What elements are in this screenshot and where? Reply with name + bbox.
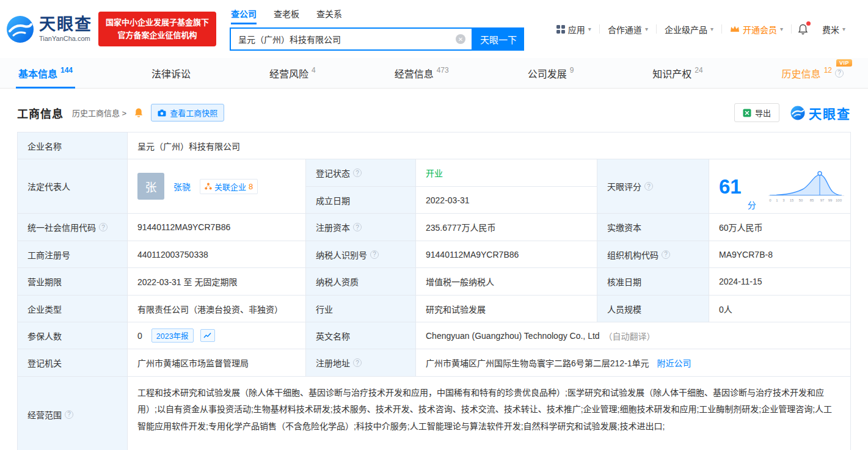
view-snapshot-button[interactable]: 查看工商快照 (151, 104, 224, 122)
field-credit-code-label: 统一社会信用代码 (18, 214, 128, 241)
svg-text:97: 97 (820, 198, 825, 202)
search-input[interactable] (231, 34, 456, 44)
notification-bell[interactable] (792, 24, 814, 35)
field-taxpayer-id-value: 91440112MA9YCR7B86 (416, 241, 597, 268)
field-reg-capital-label: 注册资本 (306, 214, 416, 241)
legal-rep-avatar[interactable]: 张 (137, 173, 164, 200)
field-insured-count-value: 0 2023年报 (128, 322, 306, 349)
help-icon[interactable] (353, 169, 362, 177)
tab-label: 公司发展 (528, 66, 567, 81)
field-reg-address-value: 广州市黄埔区广州国际生物岛寰宇二路6号第二层212-1单元 附近公司 (416, 349, 851, 377)
tab-legal-litigation[interactable]: 法律诉讼 (151, 58, 191, 88)
search-tabs: 查公司 查老板 查关系 (230, 7, 524, 24)
logo-domain: TianYanCha.com (39, 35, 92, 42)
help-icon[interactable] (662, 250, 670, 259)
export-button[interactable]: 导出 (734, 103, 779, 122)
field-reg-authority-value: 广州市黄埔区市场监督管理局 (128, 349, 306, 377)
tab-label: 历史信息 (782, 66, 821, 81)
menu-cooperation[interactable]: 合作通道 (600, 23, 656, 35)
tab-company-development[interactable]: 公司发展 9 (528, 58, 574, 88)
trend-chart-icon[interactable] (200, 329, 215, 342)
field-business-term-value: 2022-03-31 至 无固定期限 (128, 268, 306, 296)
svg-text:85: 85 (810, 198, 814, 202)
svg-text:15: 15 (790, 198, 794, 202)
menu-vip-label: 开通会员 (743, 23, 777, 35)
score-number: 61 (719, 176, 742, 197)
export-label: 导出 (755, 107, 771, 118)
search-tab-company[interactable]: 查公司 (231, 7, 257, 24)
field-taxpayer-id-label: 纳税人识别号 (306, 241, 416, 268)
field-paid-capital-label: 实缴资本 (597, 214, 709, 241)
search-tab-boss[interactable]: 查老板 (274, 7, 299, 24)
tab-intellectual-property[interactable]: 知识产权 24 (652, 58, 702, 88)
field-english-name-label: 英文名称 (306, 322, 416, 349)
help-icon[interactable] (370, 250, 379, 259)
help-icon[interactable] (835, 69, 844, 78)
header: 天眼查 TianYanCha.com 国家中小企业发展子基金旗下 官方备案企业征… (0, 0, 868, 58)
menu-vip[interactable]: 开通会员 (722, 23, 791, 35)
view-snapshot-label: 查看工商快照 (170, 107, 217, 118)
field-staff-size-value: 0人 (709, 296, 851, 322)
clear-icon[interactable] (456, 34, 465, 44)
menu-cooperation-label: 合作通道 (608, 23, 642, 35)
field-insured-count-label: 参保人数 (18, 322, 128, 349)
field-staff-size-label: 人员规模 (597, 296, 709, 322)
business-info-table: 企业名称 呈元（广州）科技有限公司 法定代表人 张 张骁 关联企业 8 登记状态… (17, 132, 851, 450)
tab-count: 4 (312, 66, 316, 74)
menu-user[interactable]: 费米 (814, 23, 853, 35)
help-icon[interactable] (353, 223, 362, 231)
svg-text:0: 0 (769, 198, 771, 202)
tab-label: 知识产权 (652, 66, 691, 81)
tab-count: 12 (824, 66, 832, 74)
legal-rep-name-link[interactable]: 张骁 (173, 180, 191, 192)
menu-enterprise-products[interactable]: 企业级产品 (657, 23, 721, 35)
tab-operation-risk[interactable]: 经营风险 4 (269, 58, 316, 88)
gov-cert-badge: 国家中小企业发展子基金旗下 官方备案企业征信机构 (98, 12, 216, 46)
nearby-companies-link[interactable]: 附近公司 (657, 357, 691, 369)
tab-basic-info[interactable]: 基本信息 144 (18, 58, 73, 88)
help-icon[interactable] (353, 358, 362, 367)
tab-count: 9 (570, 66, 574, 74)
menu-apps[interactable]: 应用 (549, 23, 599, 35)
field-reg-status-label: 登记状态 (306, 159, 416, 187)
subscribe-bell-icon[interactable] (134, 107, 144, 118)
field-industry-value: 研究和试验发展 (416, 296, 597, 322)
field-paid-capital-value: 60万人民币 (709, 214, 851, 241)
tab-operation-info[interactable]: 经营信息 473 (395, 58, 449, 88)
field-reg-address-label: 注册地址 (306, 349, 416, 377)
field-english-name-value: Chengyuan (Guangzhou) Technology Co., Lt… (416, 322, 851, 349)
related-companies-badge[interactable]: 关联企业 8 (200, 179, 258, 194)
score-unit: 分 (748, 198, 756, 211)
field-business-scope-label: 经营范围 (18, 377, 128, 450)
grid-icon (556, 25, 565, 34)
field-establish-date-value: 2022-03-31 (416, 187, 597, 214)
annual-report-badge[interactable]: 2023年报 (151, 328, 194, 343)
search-button[interactable]: 天眼一下 (473, 27, 524, 51)
chevron-down-icon (780, 26, 783, 32)
svg-text:99: 99 (828, 198, 833, 202)
tianyancha-logo[interactable]: 天眼查 TianYanCha.com (6, 15, 92, 43)
field-business-term-label: 营业期限 (18, 268, 128, 296)
tab-history-info[interactable]: VIP 历史信息 12 (782, 58, 844, 88)
field-reg-authority-label: 登记机关 (18, 349, 128, 377)
field-reg-capital-value: 235.6777万人民币 (416, 214, 597, 241)
search-box: 天眼一下 (230, 27, 524, 51)
help-icon[interactable] (99, 223, 108, 231)
search-area: 查公司 查老板 查关系 天眼一下 (230, 7, 524, 51)
field-company-name-label: 企业名称 (18, 132, 128, 159)
field-org-code-label: 组织机构代码 (597, 241, 709, 268)
tab-label: 法律诉讼 (151, 66, 191, 81)
history-business-info-link[interactable]: 历史工商信息 > (72, 107, 126, 118)
field-reg-number-label: 工商注册号 (18, 241, 128, 268)
help-icon[interactable] (644, 182, 653, 191)
logo-text: 天眼查 (39, 16, 92, 34)
svg-text:1: 1 (776, 198, 778, 202)
tab-count: 144 (60, 66, 73, 74)
company-nav-tabs: 基本信息 144 法律诉讼 经营风险 4 经营信息 473 公司发展 9 知识产… (0, 58, 868, 89)
help-icon[interactable] (65, 410, 73, 419)
chevron-down-icon (842, 26, 845, 32)
field-establish-date-label: 成立日期 (306, 187, 416, 214)
field-taxpayer-quality-label: 纳税人资质 (306, 268, 416, 296)
svg-text:3: 3 (782, 198, 785, 202)
search-tab-relation[interactable]: 查关系 (316, 7, 342, 24)
